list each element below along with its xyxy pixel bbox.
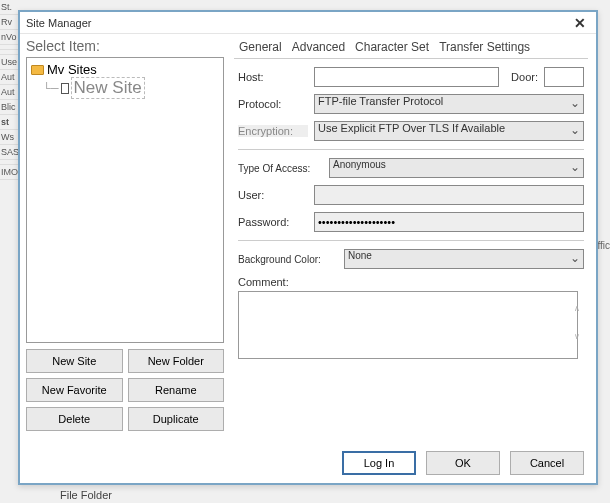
folder-icon bbox=[31, 65, 44, 75]
sites-tree[interactable]: Mv Sites └─ New Site bbox=[26, 57, 224, 343]
dialog-title: Site Manager bbox=[26, 17, 91, 29]
new-favorite-button[interactable]: New Favorite bbox=[26, 378, 123, 402]
tree-item-new-site[interactable]: └─ New Site bbox=[43, 77, 219, 99]
access-type-select[interactable]: Anonymous bbox=[329, 158, 584, 178]
comment-textarea[interactable] bbox=[238, 291, 578, 359]
tab-transfer[interactable]: Transfer Settings bbox=[434, 38, 535, 56]
titlebar: Site Manager ✕ bbox=[20, 12, 596, 34]
protocol-label: Protocol: bbox=[238, 98, 308, 110]
comment-label: Comment: bbox=[238, 276, 289, 288]
access-type-label: Type Of Access: bbox=[238, 163, 323, 174]
encryption-label: Encryption: bbox=[238, 125, 308, 137]
tab-charset[interactable]: Character Set bbox=[350, 38, 434, 56]
close-icon[interactable]: ✕ bbox=[570, 15, 590, 31]
door-label: Door: bbox=[511, 71, 538, 83]
door-input[interactable] bbox=[544, 67, 584, 87]
background-sidebar: St.RvnVo UseAutAut Blicst WsSAS IMO bbox=[0, 0, 20, 480]
ok-button[interactable]: OK bbox=[426, 451, 500, 475]
bgcolor-select[interactable]: None bbox=[344, 249, 584, 269]
encryption-select[interactable]: Use Explicit FTP Over TLS If Available bbox=[314, 121, 584, 141]
tree-root[interactable]: Mv Sites bbox=[31, 62, 219, 77]
tab-general[interactable]: General bbox=[234, 38, 287, 56]
select-item-label: Select Item: bbox=[26, 38, 224, 54]
new-folder-button[interactable]: New Folder bbox=[128, 349, 225, 373]
site-icon bbox=[61, 83, 69, 94]
bgcolor-label: Background Color: bbox=[238, 254, 338, 265]
protocol-select[interactable]: FTP-file Transfer Protocol bbox=[314, 94, 584, 114]
background-right: ffic bbox=[597, 240, 610, 251]
host-input[interactable] bbox=[314, 67, 499, 87]
site-manager-dialog: Site Manager ✕ Select Item: Mv Sites └─ … bbox=[18, 10, 598, 485]
delete-button[interactable]: Delete bbox=[26, 407, 123, 431]
password-label: Password: bbox=[238, 216, 308, 228]
rename-button[interactable]: Rename bbox=[128, 378, 225, 402]
tab-advanced[interactable]: Advanced bbox=[287, 38, 350, 56]
user-label: User: bbox=[238, 189, 308, 201]
host-label: Host: bbox=[238, 71, 308, 83]
right-pane: General Advanced Character Set Transfer … bbox=[230, 34, 596, 444]
background-footer: File Folder bbox=[60, 489, 112, 501]
new-site-button[interactable]: New Site bbox=[26, 349, 123, 373]
duplicate-button[interactable]: Duplicate bbox=[128, 407, 225, 431]
user-input bbox=[314, 185, 584, 205]
tab-bar: General Advanced Character Set Transfer … bbox=[234, 38, 588, 59]
login-button[interactable]: Log In bbox=[342, 451, 416, 475]
left-pane: Select Item: Mv Sites └─ New Site New Si… bbox=[20, 34, 230, 444]
password-input bbox=[314, 212, 584, 232]
cancel-button[interactable]: Cancel bbox=[510, 451, 584, 475]
tree-branch-icon: └─ bbox=[43, 82, 59, 94]
